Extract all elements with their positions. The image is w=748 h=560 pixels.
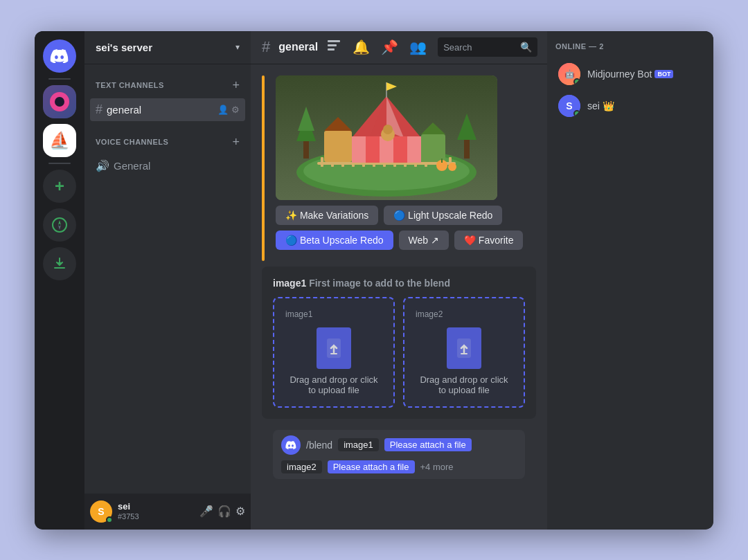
channel-actions: 👤 ⚙ (217, 105, 240, 115)
server-header[interactable]: sei's server ▾ (84, 31, 251, 64)
svg-rect-31 (324, 131, 352, 162)
sei-status (573, 110, 580, 117)
blend-title: image1 First image to add to the blend (273, 278, 525, 289)
attach-file-tag-1[interactable]: Please attach a file (384, 438, 472, 451)
app-window: ⛵ + sei's server ▾ TEXT CHANNELS + (35, 31, 713, 530)
sei-avatar: S (558, 95, 580, 117)
online-header: ONLINE — 2 (555, 42, 705, 51)
text-channels-label: TEXT CHANNELS (96, 81, 164, 89)
search-placeholder: Search (443, 42, 516, 53)
bot-badge: BOT (654, 70, 673, 78)
svg-point-41 (448, 163, 456, 171)
upload-text-2: Drag and drop or click to upload file (416, 374, 513, 395)
midjourney-name: Midjourney Bot (587, 69, 652, 80)
attach-file-tag-2[interactable]: Please attach a file (328, 460, 415, 473)
channel-header: # general 🔔 📌 👥 Search 🔍 📥 (251, 31, 547, 64)
server-name: sei's server (96, 42, 152, 53)
channel-header-name: general (278, 41, 318, 53)
discord-home-icon[interactable] (43, 39, 76, 73)
sei-name-row: sei 👑 (587, 100, 614, 111)
channel-general[interactable]: # general 👤 ⚙ (90, 98, 245, 121)
blend-title-prefix: image1 (273, 278, 306, 289)
settings-icon[interactable]: ⚙ (235, 505, 245, 518)
blend-title-suffix: First image to add to the blend (309, 278, 450, 289)
add-text-channel-button[interactable]: + (232, 78, 240, 93)
message-content: ✨ Make Variations 🔵 Light Upscale Redo 🔵… (276, 75, 536, 261)
chevron-down-icon: ▾ (235, 42, 240, 52)
make-variations-button[interactable]: ✨ Make Variations (276, 206, 378, 225)
generated-image (276, 75, 497, 200)
svg-marker-2 (58, 225, 61, 230)
svg-rect-33 (421, 134, 445, 162)
member-item-midjourney[interactable]: 🤖 Midjourney Bot BOT (555, 59, 705, 89)
beta-upscale-redo-button[interactable]: 🔵 Beta Upscale Redo (276, 231, 393, 250)
svg-rect-42 (441, 159, 443, 163)
upload-text-1: Drag and drop or click to upload file (285, 374, 382, 395)
web-button[interactable]: Web ↗ (399, 231, 449, 250)
search-icon: 🔍 (520, 42, 532, 53)
members-icon[interactable]: 👥 (409, 39, 427, 55)
text-channels-header: TEXT CHANNELS + (90, 75, 245, 96)
thread-icon[interactable] (326, 38, 341, 57)
voice-channels-section: VOICE CHANNELS + 🔊 General (84, 121, 251, 177)
svg-rect-3 (328, 40, 340, 42)
light-upscale-redo-button[interactable]: 🔵 Light Upscale Redo (384, 206, 502, 225)
message-item: ✨ Make Variations 🔵 Light Upscale Redo 🔵… (262, 75, 536, 261)
add-member-icon[interactable]: 👤 (217, 105, 229, 115)
sailboat-server-icon[interactable]: ⛵ (43, 124, 76, 157)
sei-member-name: sei 👑 (587, 100, 614, 111)
server-divider (48, 78, 71, 80)
voice-channel-name: General (114, 160, 240, 172)
headphones-icon[interactable]: 🎧 (217, 505, 231, 518)
server-divider-2 (48, 163, 71, 164)
settings-icon[interactable]: ⚙ (231, 105, 240, 115)
text-channels-section: TEXT CHANNELS + # general 👤 ⚙ (84, 64, 251, 121)
svg-rect-28 (407, 136, 421, 163)
add-server-button[interactable]: + (43, 170, 76, 203)
user-discriminator: #3753 (118, 512, 194, 521)
member-item-sei[interactable]: S sei 👑 (555, 91, 705, 121)
upload-icon-1 (317, 327, 351, 369)
download-icon[interactable] (43, 247, 76, 280)
user-info: sei #3753 (118, 501, 194, 521)
hash-icon: # (96, 102, 103, 117)
channel-sidebar: sei's server ▾ TEXT CHANNELS + # general… (84, 31, 251, 530)
mic-icon[interactable]: 🎤 (199, 505, 213, 518)
upload-label-1: image1 (285, 309, 312, 319)
compass-icon[interactable] (43, 208, 76, 242)
generated-image-container (276, 75, 497, 200)
messages-area[interactable]: ✨ Make Variations 🔵 Light Upscale Redo 🔵… (251, 64, 547, 530)
upload-icon-2 (447, 327, 481, 369)
upload-box-2[interactable]: image2 Drag and drop or click to upload … (403, 297, 525, 408)
command-input-area: /blend image1 Please attach a file image… (262, 430, 536, 490)
sei-server-icon[interactable] (43, 85, 76, 118)
upload-row: image1 Drag and drop or click to upload … (273, 297, 525, 408)
svg-rect-10 (321, 157, 323, 167)
svg-rect-5 (328, 48, 335, 51)
svg-point-44 (383, 125, 393, 134)
header-icons: 🔔 📌 👥 Search 🔍 📥 ? (326, 37, 547, 57)
channel-header-hash-icon: # (262, 38, 270, 56)
username: sei (118, 501, 194, 512)
right-sidebar: ONLINE — 2 🤖 Midjourney Bot BOT S sei 👑 (547, 31, 713, 530)
bot-avatar-tiny (281, 435, 301, 455)
midjourney-name-row: Midjourney Bot BOT (587, 69, 673, 80)
add-voice-channel-button[interactable]: + (232, 135, 240, 150)
voice-channel-general[interactable]: 🔊 General (90, 155, 245, 177)
user-controls: 🎤 🎧 ⚙ (199, 505, 245, 518)
search-bar[interactable]: Search 🔍 (438, 37, 537, 57)
user-panel: S sei #3753 🎤 🎧 ⚙ (84, 494, 251, 530)
upload-box-1[interactable]: image1 Drag and drop or click to upload … (273, 297, 395, 408)
main-content: # general 🔔 📌 👥 Search 🔍 📥 (251, 31, 547, 530)
favorite-button[interactable]: ❤️ Favorite (454, 231, 523, 250)
pin-icon[interactable]: 📌 (381, 39, 398, 55)
bell-icon[interactable]: 🔔 (353, 39, 370, 55)
voice-channels-header: VOICE CHANNELS + (90, 132, 245, 152)
more-tag: +4 more (420, 462, 454, 472)
blend-section: image1 First image to add to the blend i… (262, 267, 536, 419)
voice-channels-label: VOICE CHANNELS (96, 138, 168, 146)
message-left-bar (262, 75, 265, 261)
svg-rect-4 (328, 44, 337, 46)
svg-rect-26 (352, 136, 366, 163)
channel-name: general (107, 104, 213, 116)
